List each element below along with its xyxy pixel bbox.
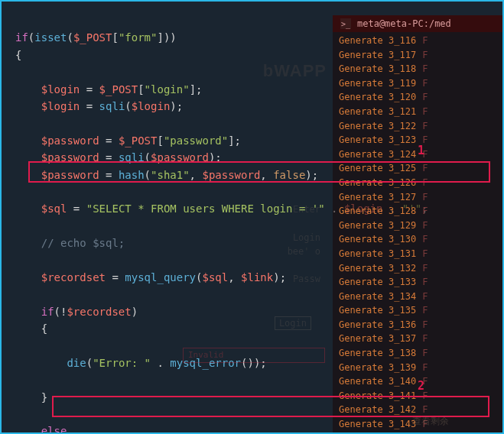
terminal-line: Generate 3_134F (339, 290, 496, 304)
terminal-line: Generate 3_131F (339, 247, 496, 261)
terminal-line: Generate 3_135F (339, 303, 496, 318)
terminal-line: Generate 3_132F (339, 261, 496, 276)
bg-invalid-message: Invalid (183, 348, 325, 363)
bg-enter-label: Enter (293, 204, 320, 215)
terminal-titlebar[interactable]: >_ meta@meta-PC:/med (333, 15, 502, 32)
terminal-line: Generate 3_126F (339, 176, 496, 190)
terminal-line: Generate 3_122F (339, 119, 496, 134)
terminal-line: Generate 3_139F (339, 361, 496, 375)
background-app-title: bWAPP (263, 61, 327, 81)
terminal-line: Generate 3_127F (339, 190, 496, 205)
terminal-title-text: meta@meta-PC:/med (357, 18, 451, 29)
bg-login-label: Login (293, 232, 320, 243)
terminal-icon: >_ (340, 18, 351, 29)
terminal-line: Generate 3_118F (339, 62, 496, 76)
bg-login-value: bee' o (288, 246, 320, 257)
terminal-line: Generate 3_130F (339, 232, 496, 247)
terminal-line: Generate 3_138F (339, 346, 496, 361)
code-token: if (15, 31, 28, 44)
bg-passw-label: Passw (293, 274, 320, 284)
bg-login-button[interactable]: Login (275, 316, 311, 330)
terminal-line: Generate 3_125F (339, 161, 496, 176)
terminal-line: Generate 3_128F (339, 204, 496, 219)
terminal-line: Generate 3_117F (339, 48, 496, 63)
terminal-line: Generate 3_136F (339, 318, 496, 332)
terminal-output[interactable]: Generate 3_116FGenerate 3_117FGenerate 3… (333, 32, 502, 433)
terminal-line: Generate 3_129F (339, 219, 496, 233)
bottom-cn-text: 查看剩余 (412, 415, 449, 428)
terminal-line: Generate 3_119F (339, 76, 496, 91)
terminal-line: Generate 3_137F (339, 332, 496, 346)
terminal-line: Generate 3_116F (339, 34, 496, 48)
terminal-line: Generate 3_120F (339, 90, 496, 105)
terminal-overlay: >_ meta@meta-PC:/med Generate 3_116FGene… (333, 15, 502, 434)
terminal-line: Generate 3_133F (339, 275, 496, 290)
annotation-number-1: 1 (418, 144, 424, 157)
terminal-line: Generate 3_121F (339, 105, 496, 119)
annotation-number-2: 2 (418, 379, 424, 393)
